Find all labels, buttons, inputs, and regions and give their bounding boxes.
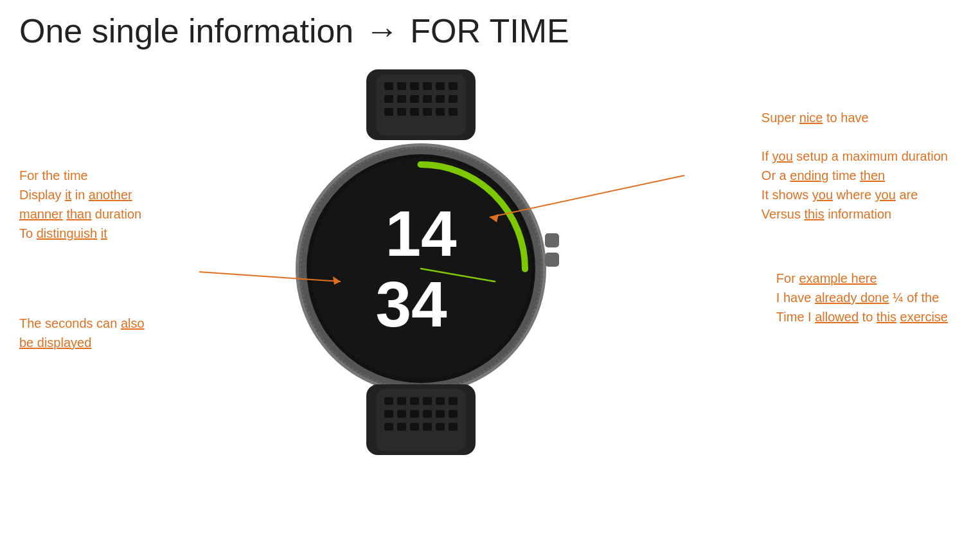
svg-rect-2 bbox=[384, 82, 393, 90]
svg-rect-40 bbox=[397, 410, 406, 418]
svg-rect-14 bbox=[384, 108, 393, 116]
svg-rect-17 bbox=[423, 108, 432, 116]
main-content: 14 34 bbox=[0, 57, 980, 544]
svg-rect-30 bbox=[545, 253, 559, 267]
svg-rect-19 bbox=[449, 108, 458, 116]
svg-rect-15 bbox=[397, 108, 406, 116]
svg-rect-41 bbox=[410, 410, 419, 418]
time-allowed-text: Time I allowed to this exercise bbox=[776, 310, 948, 324]
svg-rect-29 bbox=[545, 233, 559, 247]
for-example-text: For example here bbox=[776, 271, 877, 285]
svg-rect-49 bbox=[436, 423, 445, 431]
svg-rect-47 bbox=[410, 423, 419, 431]
seconds-line2: be displayed bbox=[19, 335, 91, 350]
svg-rect-10 bbox=[410, 95, 419, 103]
it-shows-you-text: It shows you where you are bbox=[762, 188, 918, 202]
svg-rect-43 bbox=[436, 410, 445, 418]
annotation-seconds: The seconds can also be displayed bbox=[19, 314, 145, 352]
svg-rect-13 bbox=[449, 95, 458, 103]
svg-rect-11 bbox=[423, 95, 432, 103]
svg-rect-8 bbox=[384, 95, 393, 103]
svg-rect-45 bbox=[384, 423, 393, 431]
for-the-time-text: For the time bbox=[19, 168, 88, 183]
svg-rect-48 bbox=[423, 423, 432, 431]
svg-rect-7 bbox=[449, 82, 458, 90]
title-prefix: One single information bbox=[19, 12, 353, 50]
versus-this-text: Versus this information bbox=[762, 207, 891, 221]
watch-container: 14 34 bbox=[283, 69, 559, 455]
svg-rect-36 bbox=[423, 397, 432, 405]
annotation-right-top: Super nice to have If you setup a maximu… bbox=[762, 108, 948, 224]
super-nice-text: Super nice to have bbox=[762, 111, 869, 125]
svg-rect-4 bbox=[410, 82, 419, 90]
annotation-right-bottom: For example here I have already done ¼ o… bbox=[776, 269, 948, 326]
svg-rect-50 bbox=[449, 423, 458, 431]
svg-rect-35 bbox=[410, 397, 419, 405]
svg-rect-38 bbox=[449, 397, 458, 405]
svg-text:34: 34 bbox=[375, 268, 447, 340]
svg-rect-18 bbox=[436, 108, 445, 116]
svg-rect-37 bbox=[436, 397, 445, 405]
title-suffix: FOR TIME bbox=[410, 12, 569, 50]
svg-rect-3 bbox=[397, 82, 406, 90]
display-it-text: Display it in another bbox=[19, 188, 132, 202]
svg-rect-9 bbox=[397, 95, 406, 103]
manner-than-text: manner than duration bbox=[19, 207, 141, 221]
title-arrow: → bbox=[365, 12, 398, 50]
svg-rect-5 bbox=[423, 82, 432, 90]
annotation-for-time: For the time Display it in another manne… bbox=[19, 166, 141, 243]
svg-rect-6 bbox=[436, 82, 445, 90]
to-distinguish-text: To distinguish it bbox=[19, 226, 107, 240]
page-title: One single information → FOR TIME bbox=[0, 0, 980, 57]
svg-rect-33 bbox=[384, 397, 393, 405]
svg-rect-42 bbox=[423, 410, 432, 418]
svg-rect-46 bbox=[397, 423, 406, 431]
seconds-line1: The seconds can also bbox=[19, 316, 145, 330]
svg-rect-44 bbox=[449, 410, 458, 418]
svg-rect-34 bbox=[397, 397, 406, 405]
svg-text:14: 14 bbox=[385, 197, 457, 269]
if-you-setup-text: If you setup a maximum duration bbox=[762, 149, 948, 163]
watch-svg: 14 34 bbox=[283, 69, 559, 455]
i-have-already-text: I have already done ¼ of the bbox=[776, 290, 940, 305]
or-ending-time-text: Or a ending time then bbox=[762, 168, 885, 183]
svg-rect-12 bbox=[436, 95, 445, 103]
svg-rect-16 bbox=[410, 108, 419, 116]
svg-rect-39 bbox=[384, 410, 393, 418]
